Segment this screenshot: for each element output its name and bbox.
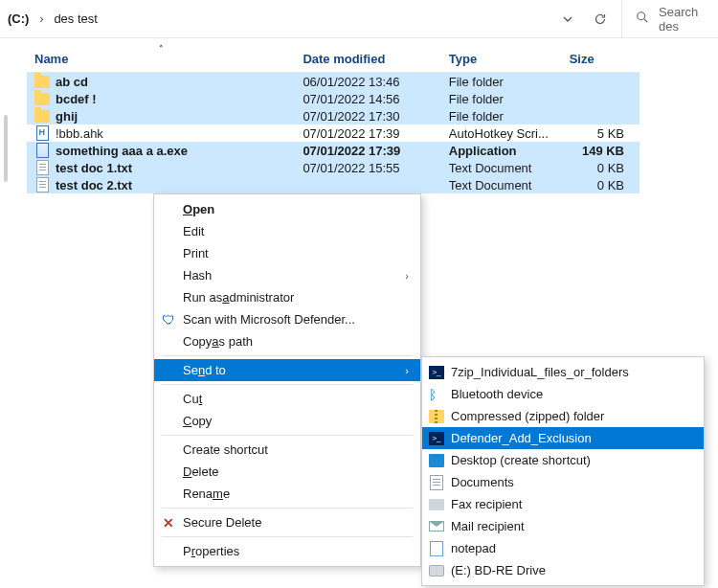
- history-dropdown-button[interactable]: [554, 6, 581, 33]
- sendto-label: 7zip_IndividuaL_files_or_folders: [451, 365, 629, 379]
- ctx-secure-delete[interactable]: ✕Secure Delete: [154, 511, 420, 533]
- file-date: 07/01/2022 14:56: [295, 90, 440, 107]
- chevron-right-icon: ›: [405, 365, 409, 376]
- breadcrumb[interactable]: (C:) › des test: [0, 0, 622, 37]
- context-menu: Open Edit Print Hash› Run as administrat…: [153, 193, 421, 567]
- desk-icon: [428, 452, 445, 469]
- address-bar: (C:) › des test Search des: [0, 0, 718, 38]
- separator: [162, 536, 413, 537]
- drv-icon: [428, 562, 445, 579]
- shield-icon: 🛡: [160, 311, 177, 328]
- file-size: 0 KB: [562, 176, 639, 193]
- table-row[interactable]: something aaa a a.exe07/01/2022 17:39App…: [27, 142, 639, 159]
- ctx-delete[interactable]: Delete: [154, 461, 420, 483]
- ctx-send-to[interactable]: Send to›: [154, 359, 420, 381]
- file-date: 07/01/2022 15:55: [295, 159, 440, 176]
- sort-indicator-icon: ˄: [159, 44, 164, 54]
- table-row[interactable]: bcdef !07/01/2022 14:56File folder: [27, 90, 639, 107]
- column-name[interactable]: ˄Name: [27, 46, 295, 73]
- separator: [162, 384, 413, 385]
- file-date: 07/01/2022 17:39: [295, 142, 440, 159]
- svg-line-1: [644, 19, 648, 23]
- sendto-label: Documents: [451, 475, 514, 489]
- separator: [162, 355, 413, 356]
- file-name: bcdef !: [56, 92, 97, 106]
- sendto-submenu: 7zip_IndividuaL_files_or_foldersᛒBluetoo…: [421, 356, 705, 586]
- breadcrumb-drive[interactable]: (C:): [8, 11, 29, 26]
- ps-icon: [428, 364, 445, 381]
- file-type: File folder: [441, 73, 562, 91]
- sendto-item[interactable]: 7zip_IndividuaL_files_or_folders: [422, 361, 704, 383]
- ctx-hash[interactable]: Hash›: [154, 264, 420, 286]
- ctx-copy[interactable]: Copy: [154, 410, 420, 432]
- file-type: Text Document: [441, 159, 562, 176]
- svg-point-0: [638, 12, 645, 20]
- doc-icon: [428, 474, 445, 491]
- file-name: ghij: [56, 109, 78, 124]
- separator: [162, 508, 413, 509]
- mail-icon: [428, 518, 445, 535]
- sendto-item[interactable]: Documents: [422, 471, 704, 493]
- ctx-print[interactable]: Print: [154, 242, 420, 264]
- search-placeholder: Search des: [659, 5, 718, 34]
- column-size[interactable]: Size: [562, 46, 639, 73]
- ps-icon: [428, 430, 445, 447]
- table-row[interactable]: ghij07/01/2022 17:30File folder: [27, 107, 639, 124]
- chevron-right-icon: ›: [34, 11, 48, 26]
- ctx-rename[interactable]: Rename: [154, 483, 420, 505]
- separator: [162, 435, 413, 436]
- file-type: File folder: [441, 90, 562, 107]
- sendto-item[interactable]: notepad: [422, 537, 704, 559]
- sendto-item[interactable]: Fax recipient: [422, 493, 704, 515]
- ctx-edit[interactable]: Edit: [154, 220, 420, 242]
- column-headers: ˄Name Date modified Type Size: [27, 46, 639, 73]
- bt-icon: ᛒ: [428, 386, 445, 403]
- scrollbar-thumb[interactable]: [4, 115, 8, 182]
- table-row[interactable]: test doc 1.txt07/01/2022 15:55Text Docum…: [27, 159, 639, 176]
- ctx-properties[interactable]: Properties: [154, 540, 420, 562]
- refresh-button[interactable]: [587, 6, 614, 33]
- sendto-label: notepad: [451, 541, 496, 555]
- table-row[interactable]: !bbb.ahk07/01/2022 17:39AutoHotkey Scri.…: [27, 124, 639, 142]
- file-icon: [36, 125, 49, 141]
- file-type: Application: [441, 142, 562, 159]
- sendto-item[interactable]: (E:) BD-RE Drive: [422, 559, 704, 581]
- ctx-cut[interactable]: Cut: [154, 388, 420, 410]
- file-name: something aaa a a.exe: [56, 144, 188, 158]
- column-type[interactable]: Type: [441, 46, 562, 73]
- sendto-label: Bluetooth device: [451, 387, 543, 401]
- column-date[interactable]: Date modified: [295, 46, 440, 73]
- ctx-copy-as-path[interactable]: Copy as path: [154, 330, 420, 352]
- table-row[interactable]: ab cd06/01/2022 13:46File folder: [27, 73, 639, 91]
- file-name: test doc 2.txt: [56, 178, 132, 192]
- ctx-run-as-admin[interactable]: Run as administrator: [154, 286, 420, 308]
- sendto-item[interactable]: Mail recipient: [422, 515, 704, 537]
- file-type: File folder: [441, 107, 562, 124]
- file-icon: [36, 143, 49, 158]
- search-icon: [636, 11, 649, 27]
- sendto-item[interactable]: Compressed (zipped) folder: [422, 405, 704, 427]
- folder-icon: [34, 93, 50, 105]
- sendto-label: Mail recipient: [451, 519, 525, 533]
- folder-icon: [34, 110, 50, 123]
- sendto-item[interactable]: Defender_Add_Exclusion: [422, 427, 704, 449]
- file-size: [562, 73, 639, 91]
- sendto-label: (E:) BD-RE Drive: [451, 563, 546, 577]
- file-name: ab cd: [56, 75, 88, 89]
- ctx-create-shortcut[interactable]: Create shortcut: [154, 439, 420, 461]
- sendto-item[interactable]: ᛒBluetooth device: [422, 383, 704, 405]
- table-row[interactable]: test doc 2.txtText Document0 KB: [27, 176, 639, 193]
- file-date: 07/01/2022 17:39: [295, 124, 440, 142]
- ctx-open[interactable]: Open: [154, 198, 420, 220]
- ctx-scan-defender[interactable]: 🛡Scan with Microsoft Defender...: [154, 308, 420, 330]
- delete-x-icon: ✕: [160, 514, 177, 531]
- sendto-item[interactable]: Desktop (create shortcut): [422, 449, 704, 471]
- breadcrumb-folder[interactable]: des test: [54, 11, 98, 26]
- sendto-label: Fax recipient: [451, 497, 522, 511]
- chevron-right-icon: ›: [405, 270, 409, 282]
- file-date: 07/01/2022 17:30: [295, 107, 440, 124]
- file-name: !bbb.ahk: [56, 126, 103, 141]
- fax-icon: [428, 496, 445, 513]
- file-type: Text Document: [441, 176, 562, 193]
- search-box[interactable]: Search des: [622, 0, 718, 37]
